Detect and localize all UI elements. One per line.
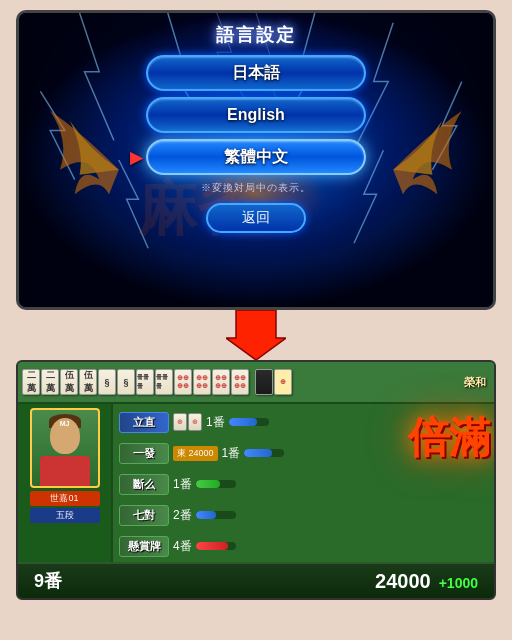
dora-rank: 4番 (173, 538, 192, 555)
baiman-area: 倍滿 (408, 417, 488, 459)
down-arrow-icon (226, 310, 286, 360)
tile-10: ⊕⊕⊕⊕ (193, 369, 211, 395)
avatar-body (40, 456, 90, 486)
bottom-panel: 二萬 二萬 伍萬 伍萬 § § 冊冊冊 冊冊冊 ⊕⊕⊕⊕ ⊕⊕⊕⊕ ⊕⊕⊕⊕ ⊕… (16, 360, 496, 600)
tiles-row: 二萬 二萬 伍萬 伍萬 § § 冊冊冊 冊冊冊 ⊕⊕⊕⊕ ⊕⊕⊕⊕ ⊕⊕⊕⊕ ⊕… (18, 362, 494, 404)
ippatsu-bar-fill (244, 449, 272, 457)
east-badge: 東 24000 (173, 446, 218, 461)
svg-marker-3 (226, 310, 286, 360)
bottom-score-bar: 9番 24000 +1000 (18, 562, 494, 598)
tile-1: 二萬 (22, 369, 40, 395)
language-dialog: 語言設定 日本語 English ▶ 繁體中文 ※変換対局中の表示。 返回 (126, 23, 386, 233)
tile-3: 伍萬 (60, 369, 78, 395)
score-row-chiitoitsu: 七對 2番 (119, 501, 488, 529)
tile-11: ⊕⊕⊕⊕ (212, 369, 230, 395)
tanyao-bar (196, 480, 236, 488)
round-number: 9番 (34, 569, 62, 593)
riichi-tag: 立直 (119, 412, 169, 433)
tile-7: 冊冊冊 (136, 369, 154, 395)
tile-2: 二萬 (41, 369, 59, 395)
tile-hidden (255, 369, 273, 395)
chiitoitsu-rank: 2番 (173, 507, 192, 524)
ippatsu-bar (244, 449, 284, 457)
arrow-down (226, 310, 286, 360)
chiitoitsu-tag: 七對 (119, 505, 169, 526)
riichi-bar (229, 418, 269, 426)
tile-5: § (98, 369, 116, 395)
score-delta: +1000 (439, 575, 478, 591)
mini-tile-2: ⊕ (188, 413, 202, 431)
english-button[interactable]: English (146, 97, 366, 133)
player-avatar: MJ (30, 408, 100, 488)
traditional-chinese-button[interactable]: ▶ 繁體中文 (146, 139, 366, 175)
tile-9: ⊕⊕⊕⊕ (174, 369, 192, 395)
player-name: 世嘉01 (30, 491, 100, 506)
tanyao-rank: 1番 (173, 476, 192, 493)
score-row-tanyao: 斷么 1番 (119, 470, 488, 498)
player-rank: 五段 (30, 508, 100, 523)
hint-text: ※変換対局中の表示。 (201, 181, 311, 195)
riichi-rank: 1番 (206, 414, 225, 431)
dora-bar (196, 542, 236, 550)
tiles-label: 榮和 (464, 375, 490, 390)
riichi-tiles: ⊕ ⊕ (173, 413, 202, 431)
dora-tag: 懸賞牌 (119, 536, 169, 557)
tile-win: ⊕ (274, 369, 292, 395)
ippatsu-tag: 一發 (119, 443, 169, 464)
score-row-dora: 懸賞牌 4番 (119, 532, 488, 560)
tile-6: § (117, 369, 135, 395)
chiitoitsu-bar (196, 511, 236, 519)
chiitoitsu-bar-fill (196, 511, 216, 519)
tanyao-bar-fill (196, 480, 220, 488)
tile-12: ⊕⊕⊕⊕ (231, 369, 249, 395)
tile-8: 冊冊冊 (155, 369, 173, 395)
ippatsu-rank: 1番 (222, 445, 241, 462)
dialog-title: 語言設定 (216, 23, 296, 47)
dora-bar-fill (196, 542, 228, 550)
selected-arrow: ▶ (130, 148, 142, 167)
japanese-button[interactable]: 日本語 (146, 55, 366, 91)
tile-4: 伍萬 (79, 369, 97, 395)
score-value: 24000 (375, 570, 431, 593)
top-panel: 麻雀 語言設定 日本語 English ▶ 繁體中文 ※変換対局中の表示。 返回 (16, 10, 496, 310)
riichi-bar-fill (229, 418, 257, 426)
tanyao-tag: 斷么 (119, 474, 169, 495)
baiman-text: 倍滿 (408, 417, 488, 459)
mini-tile-1: ⊕ (173, 413, 187, 431)
back-button[interactable]: 返回 (206, 203, 306, 233)
